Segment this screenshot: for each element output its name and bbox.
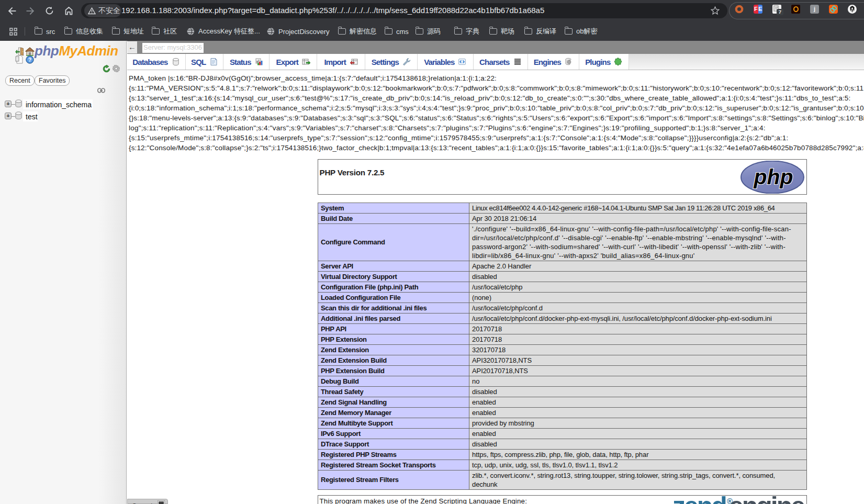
svg-text:?: ? xyxy=(28,57,31,63)
svg-text:php: php xyxy=(753,165,793,189)
